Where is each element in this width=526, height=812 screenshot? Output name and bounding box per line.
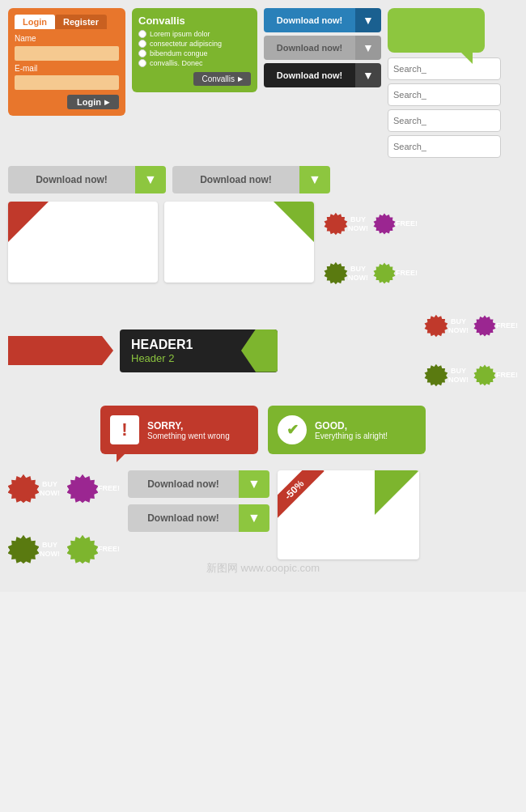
download-btn-blue-text: Download now!: [264, 8, 355, 32]
dl-large-1-icon: ▼: [135, 166, 166, 193]
burst-svg-4: [424, 353, 448, 397]
big-badge-buy-dkgreen-label: BUY NOW!: [39, 541, 61, 559]
convallis-item-4: convallis. Donec: [138, 59, 251, 67]
svg-marker-6: [425, 364, 448, 387]
burst-svg-2: [424, 304, 448, 348]
good-icon: ✔: [278, 415, 307, 444]
badge-free-green[interactable]: FREE!: [373, 251, 418, 295]
big-badge-row-2: BUY NOW! FREE!: [8, 523, 120, 576]
download-btn-large-1[interactable]: Download now! ▼: [8, 166, 166, 193]
badge-free-magenta-label: FREE!: [396, 219, 418, 228]
login-button[interactable]: Login: [67, 95, 119, 109]
badge-free-mag-2[interactable]: FREE!: [473, 304, 518, 348]
search-boxes: 🔍 🔍 🔍 🔍: [388, 57, 501, 158]
green-corner-fold: [274, 202, 314, 242]
svg-marker-5: [474, 316, 496, 337]
dl-bottom-2-icon: ▼: [239, 504, 269, 532]
speech-bubble: [388, 8, 485, 53]
badge-buy-red-2[interactable]: BUY NOW!: [424, 304, 469, 348]
red-tag-label: [8, 336, 113, 365]
search-box-3: 🔍: [388, 109, 501, 132]
badge-buy-dkgreen-2[interactable]: BUY NOW!: [424, 353, 469, 397]
good-title: GOOD,: [315, 420, 388, 432]
convallis-text-3: bibendum congue: [150, 49, 208, 57]
sorry-icon: !: [110, 415, 139, 444]
big-badge-buy-red-label: BUY NOW!: [39, 480, 61, 498]
big-badge-buy-red[interactable]: BUY NOW!: [8, 462, 61, 515]
red-arrow-tag[interactable]: [8, 336, 113, 365]
login-form: Login Register Name E-mail Login: [8, 8, 125, 116]
convallis-text-2: consectetur adipiscing: [150, 40, 222, 48]
big-badge-buy-dkgreen[interactable]: BUY NOW!: [8, 523, 61, 576]
good-text: GOOD, Everything is alright!: [315, 420, 388, 440]
name-label: Name: [15, 34, 119, 43]
big-burst-2: [67, 462, 98, 515]
email-label: E-mail: [15, 64, 119, 73]
convallis-text-1: Lorem ipsum dolor: [150, 30, 210, 38]
search-box-2: 🔍: [388, 83, 501, 106]
dl-bottom-1-text: Download now!: [128, 470, 239, 498]
radio-3[interactable]: [138, 49, 146, 57]
badge-grid-top: BUY NOW! FREE! BUY NOW! FR: [324, 202, 418, 295]
radio-2[interactable]: [138, 40, 146, 48]
sorry-notification: ! SORRY, Something went wrong: [100, 406, 258, 454]
burst-svg-3: [473, 304, 496, 348]
sorry-title: SORRY,: [147, 420, 230, 432]
burst-svg-free-magenta: [373, 202, 396, 246]
register-tab[interactable]: Register: [55, 15, 107, 29]
burst-svg-free-green: [373, 251, 396, 295]
svg-marker-4: [425, 315, 448, 338]
badge-buy-red-2-label: BUY NOW!: [448, 317, 469, 335]
download-btn-large-2[interactable]: Download now! ▼: [172, 166, 330, 193]
dl-large-2-icon: ▼: [299, 166, 330, 193]
download-btn-black-icon: ▼: [355, 63, 381, 87]
burst-svg-buy-red: [324, 202, 348, 246]
download-btn-black-text: Download now!: [264, 63, 355, 87]
dl-bottom-2-text: Download now!: [128, 504, 239, 532]
big-badge-row-1: BUY NOW! FREE!: [8, 462, 120, 515]
burst-svg-buy-dkgreen: [324, 251, 348, 295]
dl-bottom-1-icon: ▼: [239, 470, 269, 498]
download-btn-blue[interactable]: Download now! ▼: [264, 8, 381, 32]
badge-buy-dkgreen[interactable]: BUY NOW!: [324, 251, 368, 295]
big-badge-free-green[interactable]: FREE!: [67, 523, 120, 576]
big-badge-free-mag-label: FREE!: [98, 484, 120, 493]
search-input-1[interactable]: [388, 64, 501, 74]
convallis-text-4: convallis. Donec: [150, 59, 203, 67]
download-btn-gray-icon: ▼: [355, 36, 381, 60]
badge-buy-red[interactable]: BUY NOW!: [324, 202, 368, 246]
name-input[interactable]: [15, 46, 119, 61]
search-input-2[interactable]: [388, 90, 501, 100]
dl-bottom-2[interactable]: Download now! ▼: [128, 504, 269, 532]
search-input-4[interactable]: [388, 142, 501, 151]
header-green-wedge: [241, 329, 278, 372]
big-badge-free-mag[interactable]: FREE!: [67, 462, 120, 515]
search-input-3[interactable]: [388, 116, 501, 125]
big-badge-free-green-label: FREE!: [98, 545, 120, 554]
dl-bottom-1[interactable]: Download now! ▼: [128, 470, 269, 498]
login-tab[interactable]: Login: [15, 15, 55, 29]
big-burst-1: [8, 462, 39, 515]
badge-free-green-label: FREE!: [396, 269, 418, 278]
dl-large-1-text: Download now!: [8, 166, 135, 193]
svg-marker-11: [67, 535, 98, 564]
download-btn-black[interactable]: Download now! ▼: [264, 63, 381, 87]
download-btn-blue-icon: ▼: [355, 8, 381, 32]
badge-free-magenta[interactable]: FREE!: [373, 202, 418, 246]
radio-4[interactable]: [138, 59, 146, 67]
email-input[interactable]: [15, 75, 119, 90]
convallis-button[interactable]: Convallis: [193, 72, 251, 86]
radio-1[interactable]: [138, 30, 146, 38]
burst-svg-5: [473, 353, 496, 397]
badge-free-green-2-label: FREE!: [496, 371, 518, 380]
good-body: Everything is alright!: [315, 432, 388, 440]
badge-free-green-2[interactable]: FREE!: [473, 353, 518, 397]
bottom-center-dl: Download now! ▼ Download now! ▼: [128, 470, 269, 532]
download-btn-gray[interactable]: Download now! ▼: [264, 36, 381, 60]
svg-marker-10: [8, 535, 39, 564]
discount-red-corner: -50%: [278, 470, 338, 531]
big-burst-4: [67, 523, 98, 576]
svg-marker-0: [325, 213, 348, 236]
convallis-item-2: consectetur adipiscing: [138, 40, 251, 48]
badge-buy-red-label: BUY NOW!: [348, 215, 368, 233]
